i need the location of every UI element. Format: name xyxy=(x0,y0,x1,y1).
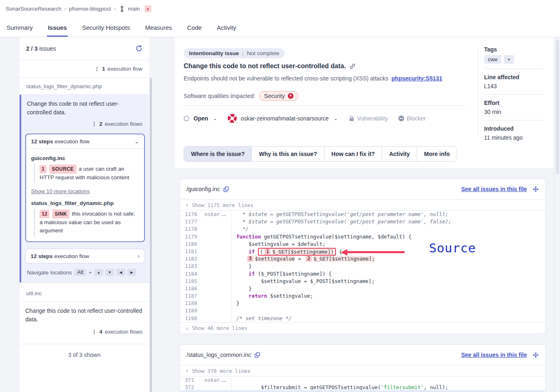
issue-status-row: Open ⌄ oskar-zeinomahmalat-sonarsource ⌄… xyxy=(184,114,426,123)
breadcrumb-branch[interactable]: main xyxy=(128,6,140,12)
code-line[interactable]: 1183 } xyxy=(180,263,545,270)
add-tag-button[interactable]: + xyxy=(504,55,514,64)
code-line[interactable]: 1177 * $state = getGETPOSTsettingvalue('… xyxy=(180,218,545,225)
lock-icon xyxy=(349,116,354,122)
flow-file-name: status_logs_filter_dynamic.php xyxy=(31,200,139,206)
line-number[interactable]: 1179 xyxy=(180,233,204,241)
code-line[interactable]: 1190/* set timezone */ xyxy=(180,315,545,322)
line-number[interactable]: 1176 xyxy=(180,211,204,218)
nav-tab-summary[interactable]: Summary xyxy=(6,19,33,37)
issue-tab-how-can-i-fix-it[interactable]: How can I fix it? xyxy=(324,147,382,161)
code-line[interactable]: 1176oskar.… * $state = getGETPOSTsetting… xyxy=(180,211,545,218)
code-line[interactable]: 1180 $settingvalue = $default; xyxy=(180,241,545,248)
navigate-up-button[interactable]: ▲ xyxy=(94,269,103,276)
flow-location[interactable]: 1SOURCEa user can craft an HTTP request … xyxy=(34,164,139,183)
line-number[interactable]: 1181 xyxy=(180,248,204,255)
line-number[interactable]: 1183 xyxy=(180,263,204,270)
show-more-lines-below[interactable]: ⇣ Show 46 more lines xyxy=(180,322,545,334)
previous-issue-flows[interactable]: ⋮ 1 execution flow xyxy=(20,60,149,78)
line-number[interactable]: 1184 xyxy=(180,270,204,278)
refresh-icon[interactable] xyxy=(136,45,142,52)
issue-title[interactable]: Change this code to not reflect user-con… xyxy=(20,302,149,325)
permalink-icon[interactable] xyxy=(349,63,356,69)
navigate-down-button[interactable]: ▼ xyxy=(105,269,114,276)
issue-tab-why-is-this-an-issue[interactable]: Why is this an issue? xyxy=(252,147,324,161)
line-number[interactable]: 1186 xyxy=(180,285,204,292)
selected-issue[interactable]: Change this code to not reflect user-con… xyxy=(20,95,149,283)
issue-title[interactable]: Change this code to not reflect user-con… xyxy=(21,95,149,118)
execution-flow-header[interactable]: 12 steps execution flow ⌄ xyxy=(26,134,144,149)
breadcrumb-project[interactable]: pfsense-blogpost xyxy=(69,6,111,12)
code-line[interactable]: 371oskar.… xyxy=(180,376,545,384)
issue-flows[interactable]: ⋮ 2 execution flows xyxy=(21,118,149,131)
flow-step-badge[interactable]: 3 xyxy=(247,256,253,262)
issue-flows[interactable]: ⋮ 4 execution flows xyxy=(20,325,149,344)
line-number[interactable]: 1178 xyxy=(180,225,204,233)
line-number[interactable]: 1180 xyxy=(180,241,204,248)
copy-icon[interactable] xyxy=(254,352,260,358)
nav-tab-measures[interactable]: Measures xyxy=(144,19,173,37)
nav-tab-issues[interactable]: Issues xyxy=(47,19,68,37)
line-number[interactable]: 1190 xyxy=(180,315,204,322)
line-code: * $state = getGETPOSTsettingvalue('get/p… xyxy=(231,218,451,225)
flow-location[interactable]: 12SINKthis invocation is not safe; a mal… xyxy=(34,209,139,236)
nav-tab-code[interactable]: Code xyxy=(186,19,202,37)
issue-tab-activity[interactable]: Activity xyxy=(382,147,417,161)
code-snippet-card: /status_logs_common.inc See all issues i… xyxy=(180,344,546,392)
show-more-locations-link[interactable]: Show 10 more locations xyxy=(31,188,90,194)
code-line[interactable]: 1187 return $settingvalue; xyxy=(180,292,545,300)
line-number[interactable]: 1185 xyxy=(180,278,204,285)
move-icon[interactable] xyxy=(533,352,539,358)
execution-flow-panel-expanded: 12 steps execution flow ⌄ guiconfig.inc1… xyxy=(25,134,145,242)
code-line[interactable]: 1184 if ($_POST[$settingname]) { xyxy=(180,270,545,278)
line-author xyxy=(204,218,231,225)
move-icon[interactable] xyxy=(533,186,539,192)
sidebar-scrollbar[interactable] xyxy=(150,78,152,392)
rule-link[interactable]: phpsecurity:S5131 xyxy=(391,75,442,82)
code-line[interactable]: 1182 3$settingvalue = 2$_GET[$settingnam… xyxy=(180,255,545,263)
code-line[interactable]: 1186 } xyxy=(180,285,545,292)
breadcrumb: SonarSourceResearch › pfsense-blogpost ›… xyxy=(6,5,151,12)
line-author: oskar.… xyxy=(204,376,231,384)
nav-tab-activity[interactable]: Activity xyxy=(216,19,237,37)
line-number[interactable]: 1177 xyxy=(180,218,204,225)
flow-label: execution flows xyxy=(105,121,142,127)
issue-tab-more-info[interactable]: More info xyxy=(417,147,457,161)
content-area: 2 / 3 issues ⋮ 1 execution flow status_l… xyxy=(0,37,560,392)
show-more-lines-above[interactable]: ⇡ Show 1175 more lines xyxy=(180,199,545,211)
issue-tab-where-is-the-issue[interactable]: Where is the issue? xyxy=(184,147,252,161)
execution-flow-panel-collapsed[interactable]: 12 steps execution flow › xyxy=(25,249,145,263)
code-line[interactable]: 1189 xyxy=(180,307,545,314)
line-number[interactable]: 1182 xyxy=(180,255,204,263)
line-number[interactable]: 371 xyxy=(180,376,204,384)
status-dropdown[interactable]: Open xyxy=(193,115,208,122)
code-line[interactable]: 1181 if (1$_GET[$settingname]) {Source xyxy=(180,248,545,255)
flow-step-badge[interactable]: 1 xyxy=(264,249,271,255)
nav-tab-security-hotspots[interactable]: Security Hotspots xyxy=(81,19,131,37)
flow-step-badge[interactable]: 2 xyxy=(306,256,312,262)
line-number[interactable]: 1189 xyxy=(180,307,204,314)
show-more-lines-above[interactable]: ⇡ Show 370 more lines xyxy=(180,365,545,376)
effort-label: Effort xyxy=(484,100,544,106)
line-number[interactable]: 1187 xyxy=(180,292,204,300)
code-line[interactable]: 1179function getGETPOSTsettingvalue($set… xyxy=(180,233,545,241)
navigate-left-button[interactable]: ◀ xyxy=(116,269,125,276)
breadcrumb-org[interactable]: SonarSourceResearch xyxy=(6,6,62,12)
assignee-dropdown[interactable]: oskar-zeinomahmalat-sonarsource xyxy=(241,115,329,122)
line-number[interactable]: 1188 xyxy=(180,300,204,307)
page-scrollbar[interactable] xyxy=(555,37,560,392)
see-all-issues-link[interactable]: See all issues in this file xyxy=(461,352,527,358)
quality-gate-failed-badge: × xyxy=(144,5,151,12)
navigate-right-button[interactable]: ▶ xyxy=(127,269,136,276)
code-line[interactable]: 1178 */ xyxy=(180,225,545,233)
tag-cwe[interactable]: cwe xyxy=(484,55,501,64)
line-author xyxy=(204,241,231,248)
see-all-issues-link[interactable]: See all issues in this file xyxy=(461,186,527,192)
effort-value: 30 min xyxy=(484,109,544,115)
chevron-down-icon: ⌄ xyxy=(333,116,338,121)
security-quality-pill[interactable]: Security ▼ xyxy=(259,91,298,101)
copy-icon[interactable] xyxy=(223,186,229,192)
code-line[interactable]: 1188} xyxy=(180,300,545,307)
code-line[interactable]: 1185 $settingvalue = $_POST[$settingname… xyxy=(180,278,545,285)
issues-sidebar: 2 / 3 issues ⋮ 1 execution flow status_l… xyxy=(20,37,149,392)
